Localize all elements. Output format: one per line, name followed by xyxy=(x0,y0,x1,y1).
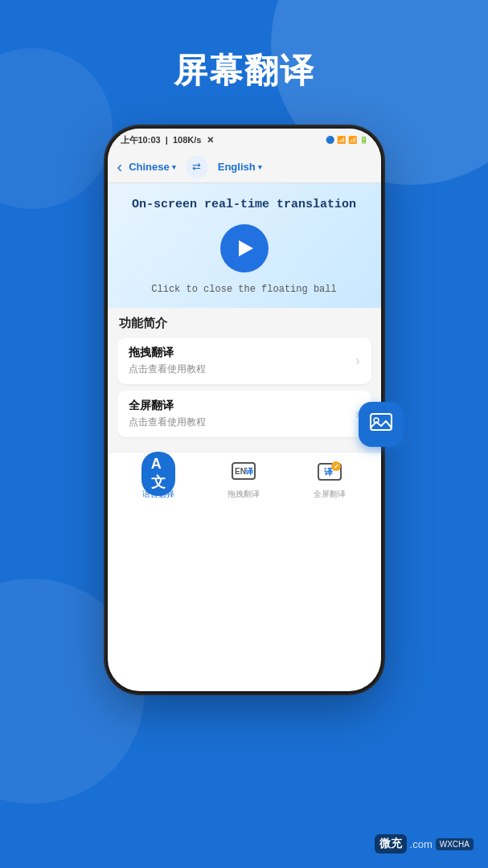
watermark-domain: .com xyxy=(410,838,433,850)
translation-card-title: On-screen real-time translation xyxy=(121,198,368,211)
floating-action-button[interactable] xyxy=(359,402,404,447)
feature-item-fullscreen[interactable]: 全屏翻译 点击查看使用教程 › xyxy=(117,391,371,437)
svg-text:译: 译 xyxy=(245,467,254,476)
page-title: 屏幕翻译 xyxy=(0,48,488,93)
tab-drag-translate[interactable]: EN 译 拖拽翻译 xyxy=(219,461,268,500)
play-triangle-icon xyxy=(239,240,253,256)
svg-text:EN: EN xyxy=(235,467,246,476)
phone-frame: 上午10:03 | 108K/s ✕ 🔵 📶 📶 🔋 ‹ Chinese ▾ ⇄ xyxy=(108,129,381,691)
feature-drag-title: 拖拽翻译 xyxy=(129,346,356,360)
status-bar: 上午10:03 | 108K/s ✕ 🔵 📶 📶 🔋 xyxy=(108,129,381,151)
swap-icon: ⇄ xyxy=(192,161,201,173)
tab-fullscreen-translate[interactable]: 译 ✓ 全屏翻译 xyxy=(306,461,354,500)
tab-lang-icon: A文 xyxy=(151,456,166,490)
source-lang-arrow: ▾ xyxy=(172,163,176,171)
floating-icon xyxy=(368,410,394,439)
watermark: 微充 .com WXCHA xyxy=(375,834,474,854)
source-lang-label: Chinese xyxy=(129,161,170,173)
tab-lang-icon-wrap: A文 xyxy=(141,461,175,486)
close-ball-hint: Click to close the floating ball xyxy=(121,284,368,295)
section-title: 功能简介 xyxy=(117,316,371,331)
status-time-speed: 上午10:03 | 108K/s ✕ xyxy=(121,134,214,146)
feature-fullscreen-sub: 点击查看使用教程 xyxy=(129,416,356,429)
feature-drag-sub: 点击查看使用教程 xyxy=(129,362,356,376)
tab-drag-icon: EN 译 xyxy=(231,460,256,487)
play-button-wrapper xyxy=(121,224,368,272)
status-icons: 🔵 📶 📶 🔋 xyxy=(326,136,368,144)
feature-item-drag[interactable]: 拖拽翻译 点击查看使用教程 › xyxy=(117,338,371,384)
translation-card: On-screen real-time translation Click to… xyxy=(108,183,381,308)
tab-lang-select[interactable]: A文 语言选择 xyxy=(134,461,182,500)
target-lang-selector[interactable]: English ▾ xyxy=(218,161,262,173)
tab-fullscreen-icon-wrap: 译 ✓ xyxy=(313,461,347,486)
back-button[interactable]: ‹ xyxy=(117,158,123,176)
play-button[interactable] xyxy=(220,224,269,272)
tab-drag-label: 拖拽翻译 xyxy=(228,489,260,500)
content-area: 功能简介 拖拽翻译 点击查看使用教程 › 全屏翻译 点击查看使用教程 › xyxy=(108,308,381,452)
target-lang-label: English xyxy=(218,161,256,173)
svg-text:✓: ✓ xyxy=(334,463,339,470)
feature-drag-text: 拖拽翻译 点击查看使用教程 xyxy=(129,346,356,376)
source-lang-selector[interactable]: Chinese ▾ xyxy=(129,161,176,173)
phone-mockup: 上午10:03 | 108K/s ✕ 🔵 📶 📶 🔋 ‹ Chinese ▾ ⇄ xyxy=(108,129,381,691)
chevron-right-icon: › xyxy=(355,354,359,368)
tab-drag-icon-wrap: EN 译 xyxy=(227,461,260,486)
tab-fullscreen-icon: 译 ✓ xyxy=(317,461,342,486)
feature-fullscreen-title: 全屏翻译 xyxy=(129,399,356,413)
swap-languages-button[interactable]: ⇄ xyxy=(186,156,208,178)
watermark-logo: 微充 xyxy=(375,834,407,854)
nav-bar: ‹ Chinese ▾ ⇄ English ▾ xyxy=(108,151,381,183)
feature-fullscreen-text: 全屏翻译 点击查看使用教程 xyxy=(129,399,356,429)
target-lang-arrow: ▾ xyxy=(258,163,262,171)
tab-lang-label: 语言选择 xyxy=(142,489,174,500)
watermark-badge: WXCHA xyxy=(436,838,474,850)
bottom-tab-bar: A文 语言选择 EN 译 拖拽翻译 xyxy=(108,452,381,508)
tab-fullscreen-label: 全屏翻译 xyxy=(314,489,346,500)
